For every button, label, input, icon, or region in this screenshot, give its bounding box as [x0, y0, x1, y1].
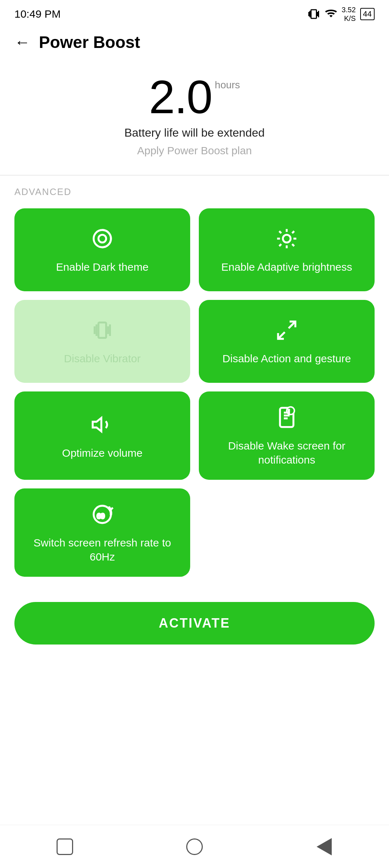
- back-button[interactable]: ←: [14, 34, 30, 50]
- svg-point-7: [283, 235, 290, 242]
- gesture-icon: [275, 319, 298, 345]
- dark-theme-label: Enable Dark theme: [56, 260, 149, 274]
- wake-screen-label: Disable Wake screen for notifications: [206, 439, 367, 467]
- advanced-section: ADVANCED Enable Dark theme: [0, 176, 389, 588]
- svg-rect-0: [311, 10, 316, 18]
- dark-theme-card[interactable]: Enable Dark theme: [14, 208, 190, 291]
- svg-line-10: [279, 231, 281, 233]
- hours-value: 2.0: [149, 74, 212, 120]
- hours-display: 2.0 hours: [149, 74, 240, 120]
- status-bar: 10:49 PM 3.52K/S 44: [0, 0, 389, 25]
- wifi-icon: [325, 8, 337, 21]
- hero-section: 2.0 hours Battery life will be extended …: [0, 59, 389, 164]
- refresh-rate-card[interactable]: 60 Switch screen refresh rate to 60Hz: [14, 488, 190, 577]
- refresh-rate-label: Switch screen refresh rate to 60Hz: [22, 536, 183, 564]
- page-header: ← Power Boost: [0, 25, 389, 59]
- brightness-icon: [275, 227, 298, 253]
- refresh-rate-icon: 60: [91, 503, 114, 529]
- wake-screen-card[interactable]: ! Disable Wake screen for notifications: [199, 391, 375, 480]
- activate-button[interactable]: ACTIVATE: [14, 602, 375, 645]
- empty-placeholder: [199, 488, 375, 577]
- back-nav-button[interactable]: [310, 836, 339, 858]
- bottom-nav-spacer: [0, 666, 389, 709]
- advanced-label: ADVANCED: [14, 186, 375, 198]
- svg-line-11: [292, 244, 294, 246]
- dark-theme-icon: [91, 227, 114, 253]
- recent-apps-icon: [57, 838, 73, 855]
- optimize-volume-card[interactable]: Optimize volume: [14, 391, 190, 480]
- action-gesture-label: Disable Action and gesture: [223, 351, 351, 366]
- adaptive-brightness-label: Enable Adaptive brightness: [221, 260, 352, 274]
- svg-line-14: [279, 244, 281, 246]
- apply-plan-text: Apply Power Boost plan: [137, 145, 252, 157]
- svg-line-15: [292, 231, 294, 233]
- volume-icon: [91, 413, 114, 439]
- vibrator-icon: [91, 319, 114, 345]
- activate-section: ACTIVATE: [0, 588, 389, 666]
- wake-screen-icon: !: [275, 406, 298, 432]
- home-button[interactable]: [180, 836, 209, 858]
- status-icons: 3.52K/S 44: [307, 5, 375, 23]
- feature-grid: Enable Dark theme Enable Adaptive bright…: [14, 208, 375, 480]
- svg-line-22: [278, 332, 285, 339]
- status-time: 10:49 PM: [14, 8, 61, 20]
- network-speed: 3.52K/S: [342, 5, 356, 23]
- svg-rect-16: [98, 323, 106, 338]
- vibrate-icon: [307, 8, 320, 21]
- home-icon: [186, 838, 203, 855]
- vibrator-label: Disable Vibrator: [64, 351, 141, 366]
- vibrator-card[interactable]: Disable Vibrator: [14, 300, 190, 383]
- action-gesture-card[interactable]: Disable Action and gesture: [199, 300, 375, 383]
- svg-marker-23: [93, 418, 101, 431]
- recent-apps-button[interactable]: [50, 836, 79, 858]
- svg-line-21: [289, 322, 295, 328]
- svg-point-6: [98, 235, 106, 242]
- svg-text:60: 60: [97, 512, 104, 520]
- svg-text:!: !: [288, 409, 290, 414]
- back-icon: [317, 838, 332, 855]
- extend-text: Battery life will be extended: [124, 126, 265, 140]
- battery-level: 44: [363, 9, 372, 19]
- bottom-navigation: [0, 825, 389, 868]
- battery-indicator: 44: [360, 8, 375, 20]
- adaptive-brightness-card[interactable]: Enable Adaptive brightness: [199, 208, 375, 291]
- page-title: Power Boost: [39, 32, 140, 52]
- hours-unit: hours: [215, 80, 240, 90]
- optimize-volume-label: Optimize volume: [62, 446, 142, 460]
